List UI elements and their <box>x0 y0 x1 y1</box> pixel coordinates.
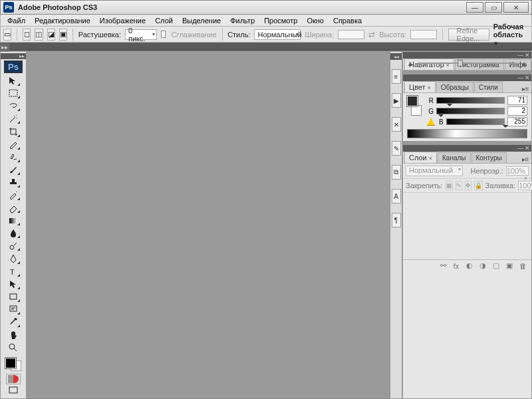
gradient-tool[interactable] <box>5 214 21 227</box>
zoom-tool[interactable] <box>5 341 21 354</box>
toolbox-collapse-icon[interactable]: ▸▸ <box>1 53 26 59</box>
shape-tool[interactable] <box>5 291 21 303</box>
panel-minimize-icon[interactable]: — <box>517 146 523 151</box>
tab-swatches[interactable]: Образцы <box>436 82 473 92</box>
r-slider[interactable] <box>436 97 505 104</box>
layer-mask-icon[interactable]: ◐ <box>465 261 474 270</box>
foreground-swatch[interactable] <box>5 358 16 368</box>
panel-minimize-icon[interactable]: — <box>517 75 523 80</box>
brush-tool[interactable] <box>5 164 21 176</box>
stamp-tool[interactable] <box>5 176 21 189</box>
feather-value[interactable]: 0 пикс. <box>125 29 157 40</box>
zoom-slider[interactable] <box>418 63 517 64</box>
tab-layers[interactable]: Слои× <box>404 152 437 163</box>
menu-edit[interactable]: Редактирование <box>31 16 94 25</box>
quickmask-toggle[interactable] <box>6 374 21 384</box>
dock-tool-presets-icon[interactable]: ✕ <box>392 117 401 132</box>
heal-tool[interactable] <box>5 151 21 164</box>
hand-tool[interactable] <box>5 329 21 341</box>
lock-transparent-icon[interactable]: ▦ <box>446 181 453 190</box>
eraser-tool[interactable] <box>5 201 21 214</box>
panel-close-icon[interactable]: ✕ <box>525 53 530 58</box>
b-slider[interactable] <box>446 118 505 125</box>
dock-actions-icon[interactable]: ▶ <box>392 93 401 108</box>
tab-color[interactable]: Цвет× <box>404 81 436 92</box>
adjustment-layer-icon[interactable]: ◑ <box>478 261 487 270</box>
menu-file[interactable]: Файл <box>3 16 29 25</box>
menu-window[interactable]: Окно <box>303 16 328 25</box>
selection-subtract-icon[interactable]: ◪ <box>47 29 55 41</box>
new-layer-icon[interactable]: ▣ <box>505 261 514 270</box>
gamut-warning-icon[interactable] <box>427 118 435 126</box>
eyedropper-tool[interactable] <box>5 316 21 329</box>
menu-layer[interactable]: Слой <box>151 16 177 25</box>
dock-paragraph-icon[interactable]: ¶ <box>392 213 401 227</box>
g-slider[interactable] <box>436 108 505 114</box>
color-ramp[interactable] <box>407 129 527 138</box>
link-layers-icon[interactable]: ⚯ <box>438 261 448 270</box>
g-value[interactable]: 2 <box>507 106 527 116</box>
lock-paint-icon[interactable]: ✎ <box>456 181 462 190</box>
delete-layer-icon[interactable]: 🗑 <box>518 262 527 270</box>
dock-history-icon[interactable]: ≡ <box>392 69 401 84</box>
panel-close-icon[interactable]: ✕ <box>525 146 530 151</box>
color-swatches[interactable] <box>4 356 23 372</box>
swap-wh-icon[interactable]: ⇄ <box>368 30 375 39</box>
marquee-tool[interactable] <box>5 87 21 100</box>
crop-tool[interactable] <box>5 125 21 138</box>
maximize-button[interactable]: ▭ <box>485 2 502 13</box>
opacity-input[interactable]: 100% <box>506 166 529 176</box>
zoom-out-icon[interactable]: ▲ <box>407 60 414 67</box>
path-select-tool[interactable] <box>5 278 21 291</box>
selection-new-icon[interactable]: ◻ <box>23 29 31 41</box>
dodge-tool[interactable] <box>5 239 21 252</box>
panel-menu-icon[interactable]: ▸≡ <box>521 85 531 92</box>
lock-all-icon[interactable]: 🔒 <box>474 181 483 190</box>
menu-image[interactable]: Изображение <box>96 16 150 25</box>
screenmode-toggle[interactable] <box>5 384 21 397</box>
b-value[interactable]: 255 <box>507 117 527 126</box>
slice-tool[interactable] <box>5 138 21 151</box>
dock-expand-icon[interactable]: ◂◂ <box>390 53 402 60</box>
pen-tool[interactable] <box>5 252 21 265</box>
minimize-button[interactable]: — <box>466 2 483 13</box>
tab-channels[interactable]: Каналы <box>438 152 471 163</box>
history-brush-tool[interactable] <box>5 189 21 201</box>
tool-preset-icon[interactable]: ▭ <box>3 29 11 41</box>
close-button[interactable]: ✕ <box>503 2 529 13</box>
blend-mode-dropdown[interactable]: Нормальный <box>406 166 463 176</box>
panel-minimize-icon[interactable]: — <box>517 53 523 58</box>
tab-paths[interactable]: Контуры <box>471 152 507 163</box>
menu-view[interactable]: Просмотр <box>260 16 301 25</box>
layer-list[interactable] <box>403 193 531 259</box>
blur-tool[interactable] <box>5 227 21 239</box>
menu-help[interactable]: Справка <box>329 16 366 25</box>
tab-styles[interactable]: Стили <box>474 82 503 92</box>
panel-close-icon[interactable]: ✕ <box>525 75 530 80</box>
color-panel-swatches[interactable] <box>407 96 422 116</box>
layer-group-icon[interactable]: ▢ <box>491 261 501 270</box>
type-tool[interactable]: T <box>5 265 21 278</box>
tabstrip-expand-icon[interactable]: ▸▸ <box>0 43 9 51</box>
dock-brushes-icon[interactable]: ✎ <box>392 141 401 156</box>
panel-menu-icon[interactable]: ▸≡ <box>521 156 531 163</box>
notes-tool[interactable] <box>5 303 21 316</box>
wand-tool[interactable] <box>5 112 21 125</box>
layer-style-icon[interactable]: fx <box>452 262 461 270</box>
dock-clone-icon[interactable]: ⧉ <box>392 165 401 180</box>
antialias-checkbox[interactable] <box>161 31 166 38</box>
canvas-area[interactable] <box>27 51 390 399</box>
menu-filter[interactable]: Фильтр <box>226 16 259 25</box>
r-value[interactable]: 71 <box>507 96 527 105</box>
dock-character-icon[interactable]: A <box>392 189 401 203</box>
fill-input[interactable]: 100% <box>518 181 532 190</box>
move-tool[interactable] <box>5 74 21 87</box>
height-input[interactable] <box>410 30 437 39</box>
lasso-tool[interactable] <box>5 100 21 112</box>
zoom-in-icon[interactable]: ▲ <box>521 60 527 67</box>
menu-select[interactable]: Выделение <box>178 16 225 25</box>
selection-intersect-icon[interactable]: ▣ <box>59 29 67 41</box>
refine-edge-button[interactable]: Refine Edge... <box>448 29 489 41</box>
selection-add-icon[interactable]: ◫ <box>35 29 43 41</box>
workspace-dropdown[interactable]: Рабочая область <box>493 23 529 47</box>
